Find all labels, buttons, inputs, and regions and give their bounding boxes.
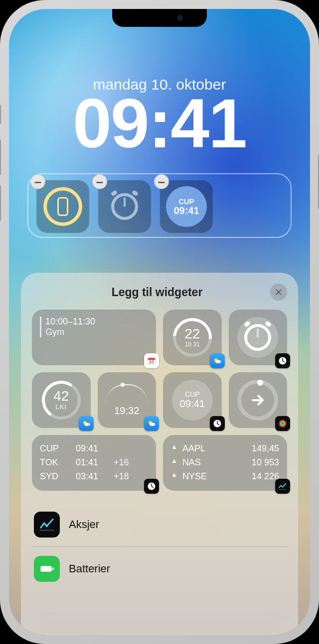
suggestion-alarm[interactable] (229, 310, 288, 365)
svg-point-13 (282, 423, 284, 425)
event-title: Gym (45, 327, 95, 337)
app-label: Batterier (69, 562, 110, 575)
volume-up-button[interactable] (0, 139, 1, 175)
suggestion-air-quality[interactable]: 42 LKI (32, 372, 91, 428)
world-clock-city: CUP (185, 391, 200, 398)
alarm-clock-icon (111, 193, 138, 220)
lockscreen-time[interactable]: 09:41 (9, 89, 310, 158)
close-icon (275, 288, 283, 296)
svg-point-4 (215, 360, 221, 363)
close-button[interactable] (270, 284, 287, 301)
weather-app-icon (210, 353, 225, 368)
batteries-app-icon (34, 556, 60, 582)
svg-point-9 (150, 423, 156, 426)
app-label: Aksjer (69, 518, 99, 531)
svg-rect-18 (52, 567, 54, 570)
activity-ring-icon (237, 380, 278, 421)
app-list-item-stocks[interactable]: Aksjer (32, 503, 287, 547)
sunset-time: 19:32 (114, 405, 139, 417)
calendar-app-icon: 10 (144, 353, 159, 368)
phone-icon (57, 197, 68, 216)
widget-suggestions-grid: 10:00–11:30 Gym 10 22 18 31 (32, 310, 287, 491)
world-clock-table: CUP09:41 TOK01:41+16 SYD03:41+18 (40, 442, 148, 484)
clock-app-icon (210, 416, 225, 431)
stocks-app-icon (275, 479, 290, 494)
svg-point-7 (84, 423, 90, 426)
stocks-table: ▲AAPL149,45 ▲NAS10 953 ▲NYSE14 226 (171, 442, 279, 484)
remove-widget-button[interactable]: – (92, 174, 107, 189)
suggestion-sunset[interactable]: 19:32 (98, 372, 157, 428)
suggestion-calendar-event[interactable]: 10:00–11:30 Gym 10 (32, 310, 156, 365)
world-clock-circle: CUP 09:41 (166, 186, 207, 227)
app-list-item-batteries[interactable]: Batterier (32, 547, 287, 591)
fitness-app-icon (275, 416, 290, 431)
sun-path-icon (106, 384, 148, 403)
world-clock-time: 09:41 (173, 205, 199, 216)
mute-switch[interactable] (0, 105, 1, 124)
event-time: 10:00–11:30 (45, 317, 95, 327)
widget-battery-ring[interactable]: – (36, 180, 89, 233)
suggestion-stocks-list[interactable]: ▲AAPL149,45 ▲NAS10 953 ▲NYSE14 226 (163, 435, 287, 491)
widget-world-clock[interactable]: – CUP 09:41 (160, 180, 213, 233)
suggestion-fitness[interactable] (229, 372, 288, 428)
volume-down-button[interactable] (0, 185, 1, 221)
clock-app-icon (275, 353, 290, 368)
battery-ring-icon (43, 187, 82, 226)
lockscreen-widget-row[interactable]: – – – CUP 09:41 (27, 173, 292, 238)
clock-app-icon (144, 479, 159, 494)
panel-title: Legg til widgeter (49, 286, 265, 299)
suggestion-world-clock-small[interactable]: CUP 09:41 (163, 372, 222, 428)
svg-rect-16 (40, 530, 54, 531)
world-clock-city: CUP (178, 198, 194, 205)
suggestion-weather-temp[interactable]: 22 18 31 (163, 310, 222, 365)
suggestion-world-clock-list[interactable]: CUP09:41 TOK01:41+16 SYD03:41+18 (32, 435, 156, 491)
world-clock-time: 09:41 (180, 398, 205, 410)
screen: mandag 10. oktober 09:41 – – – CUP 09:41 (9, 9, 310, 635)
phone-frame: mandag 10. oktober 09:41 – – – CUP 09:41 (0, 0, 319, 644)
notch (112, 9, 207, 27)
stocks-app-icon (34, 512, 60, 537)
svg-point-15 (46, 525, 48, 528)
aqi-label: LKI (55, 403, 67, 411)
weather-app-icon (79, 416, 94, 431)
svg-text:10: 10 (149, 359, 154, 364)
weather-app-icon (144, 416, 159, 431)
widget-alarm[interactable]: – (98, 180, 151, 233)
remove-widget-button[interactable]: – (30, 174, 45, 189)
remove-widget-button[interactable]: – (154, 174, 169, 189)
svg-rect-17 (40, 566, 52, 571)
app-list: Aksjer Batterier (32, 503, 287, 591)
add-widgets-panel: Legg til widgeter 10:00–11:30 Gym 10 (21, 273, 298, 635)
alarm-circle (237, 317, 278, 358)
